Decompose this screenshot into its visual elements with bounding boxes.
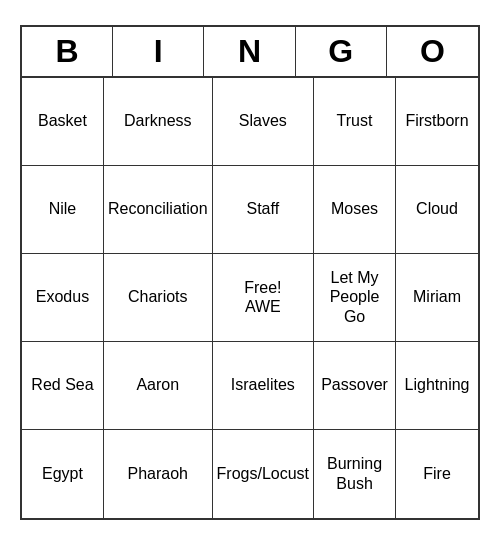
bingo-cell: Chariots <box>104 254 213 342</box>
bingo-grid: BasketDarknessSlavesTrustFirstbornNileRe… <box>22 78 478 518</box>
bingo-cell: Aaron <box>104 342 213 430</box>
header-letter: O <box>387 27 478 76</box>
bingo-cell: Slaves <box>213 78 314 166</box>
bingo-cell: Lightning <box>396 342 478 430</box>
bingo-card: BINGO BasketDarknessSlavesTrustFirstborn… <box>20 25 480 520</box>
bingo-cell: Israelites <box>213 342 314 430</box>
bingo-cell: Egypt <box>22 430 104 518</box>
bingo-cell: Burning Bush <box>314 430 396 518</box>
bingo-cell: Passover <box>314 342 396 430</box>
bingo-cell: Exodus <box>22 254 104 342</box>
bingo-cell: Let My People Go <box>314 254 396 342</box>
header-letter: G <box>296 27 387 76</box>
bingo-cell: Free!AWE <box>213 254 314 342</box>
bingo-cell: Frogs/Locust <box>213 430 314 518</box>
bingo-cell: Staff <box>213 166 314 254</box>
header-letter: N <box>204 27 295 76</box>
bingo-cell: Reconciliation <box>104 166 213 254</box>
bingo-cell: Fire <box>396 430 478 518</box>
header-letter: B <box>22 27 113 76</box>
bingo-cell: Firstborn <box>396 78 478 166</box>
bingo-cell: Miriam <box>396 254 478 342</box>
bingo-cell: Basket <box>22 78 104 166</box>
header-letter: I <box>113 27 204 76</box>
bingo-cell: Pharaoh <box>104 430 213 518</box>
bingo-header: BINGO <box>22 27 478 78</box>
bingo-cell: Nile <box>22 166 104 254</box>
bingo-cell: Cloud <box>396 166 478 254</box>
bingo-cell: Moses <box>314 166 396 254</box>
bingo-cell: Trust <box>314 78 396 166</box>
bingo-cell: Red Sea <box>22 342 104 430</box>
bingo-cell: Darkness <box>104 78 213 166</box>
